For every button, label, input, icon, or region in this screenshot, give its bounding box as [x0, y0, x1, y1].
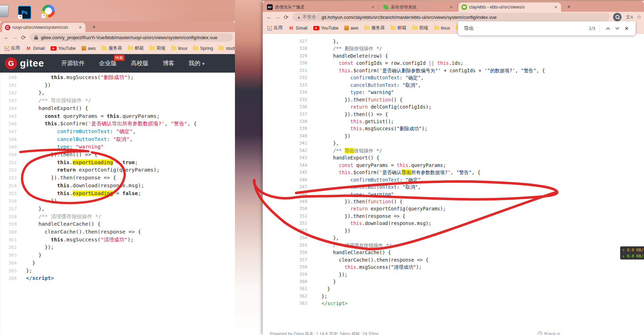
line-number[interactable]: 352	[263, 220, 307, 227]
bookmark-item[interactable]: YouTube	[313, 26, 339, 31]
line-number[interactable]: 331	[263, 67, 307, 74]
line-number[interactable]: 330	[263, 59, 307, 67]
desktop-icon-system[interactable]	[0, 5, 9, 17]
line-number[interactable]: 338	[263, 118, 307, 125]
line-number[interactable]: 356	[5, 197, 17, 205]
bookmark-item[interactable]: aws	[82, 46, 96, 51]
nav-opensource[interactable]: 开源软件	[61, 59, 85, 67]
line-number[interactable]: 360	[263, 278, 307, 285]
nav-blog[interactable]: 博客	[163, 59, 174, 67]
bookmark-item[interactable]: YouTube	[51, 46, 76, 51]
address-bar[interactable]: gitee.com/y_project/RuoYi-Vue/blob/maste…	[30, 33, 233, 42]
line-number[interactable]: 366	[5, 274, 17, 282]
line-number[interactable]: 352	[5, 166, 17, 174]
close-tab-icon[interactable]: ✕	[78, 25, 83, 30]
line-number[interactable]: 349	[263, 198, 307, 205]
bookmark-item[interactable]: study	[219, 46, 235, 51]
bookmark-item[interactable]: linux	[434, 26, 450, 31]
bookmark-item[interactable]: 前端	[412, 25, 428, 31]
line-number[interactable]: 341	[5, 82, 17, 89]
reload-button[interactable]: ⟳	[282, 14, 290, 21]
bookmark-item[interactable]: linux	[171, 46, 188, 51]
line-number[interactable]: 353	[263, 227, 307, 234]
bookmark-item[interactable]: 应用	[4, 45, 20, 51]
photoshop-icon[interactable]	[18, 6, 31, 19]
line-number[interactable]: 345	[5, 112, 17, 120]
reload-button[interactable]: ⟳	[19, 34, 28, 41]
line-number[interactable]: 351	[5, 159, 17, 167]
line-number[interactable]: 355	[5, 190, 17, 198]
line-number[interactable]: 357	[5, 205, 17, 213]
address-bar[interactable]: ▲ 不安全 git.hchyun.com/clay/ebts/src/branc…	[293, 13, 609, 21]
line-number[interactable]: 358	[263, 263, 307, 271]
line-number[interactable]: 355	[263, 242, 307, 249]
back-button[interactable]: ←	[2, 34, 11, 41]
gitee-logo-icon[interactable]	[5, 57, 17, 69]
line-number[interactable]: 328	[263, 45, 307, 52]
line-number[interactable]: 348	[5, 136, 17, 143]
line-number[interactable]: 333	[263, 82, 307, 89]
line-number[interactable]: 342	[5, 89, 17, 97]
line-number[interactable]: 336	[263, 103, 307, 110]
line-number[interactable]: 344	[5, 105, 17, 112]
nav-mine[interactable]: 我的▼	[189, 59, 205, 67]
line-number[interactable]: 350	[5, 151, 17, 159]
find-previous-icon[interactable]	[603, 26, 613, 31]
bookmark-item[interactable]: 前端	[150, 45, 166, 51]
line-number[interactable]: 346	[263, 176, 307, 183]
line-number[interactable]: 343	[263, 154, 307, 161]
forward-button[interactable]: →	[11, 34, 19, 41]
line-number[interactable]: 334	[263, 89, 307, 96]
back-button[interactable]: ←	[265, 14, 273, 20]
language-selector[interactable]: 简体中文	[538, 331, 561, 335]
line-number[interactable]: 365	[5, 267, 17, 275]
line-number[interactable]: 356	[263, 249, 307, 256]
tab-gitea-ebts[interactable]: clay/ebts - ebts-ui/src/views/s ✕	[459, 2, 561, 12]
line-number[interactable]: 347	[263, 183, 307, 190]
tab-ruoyi-admin[interactable]: 若依管理系统 ✕	[380, 2, 456, 12]
nav-education[interactable]: 高校版	[131, 59, 149, 67]
bookmark-star-icon[interactable]: ☆	[637, 14, 641, 20]
bookmark-item[interactable]: Gmail	[288, 25, 308, 31]
line-number[interactable]: 357	[263, 256, 307, 263]
close-find-icon[interactable]: ✕	[622, 26, 631, 31]
line-number[interactable]: 359	[263, 271, 307, 278]
line-number[interactable]: 345	[263, 169, 307, 176]
line-number[interactable]: 332	[263, 74, 307, 81]
close-tab-icon[interactable]: ✕	[449, 5, 454, 10]
bookmark-item[interactable]: 服务器	[101, 45, 122, 51]
line-number[interactable]: 337	[263, 111, 307, 118]
gitee-wordmark[interactable]: gitee	[20, 58, 44, 69]
line-number[interactable]: 350	[263, 205, 307, 212]
app-shortcut-icon[interactable]	[42, 5, 55, 17]
close-tab-icon[interactable]: ✕	[371, 5, 375, 10]
line-number[interactable]: 360	[5, 228, 17, 236]
bookmark-item[interactable]: Gmail	[26, 46, 45, 51]
line-number[interactable]: 359	[5, 220, 17, 228]
line-number[interactable]: 358	[5, 213, 17, 221]
line-number[interactable]: 347	[5, 128, 17, 136]
bookmark-item[interactable]: aws	[344, 26, 358, 31]
line-number[interactable]: 329	[263, 52, 307, 59]
line-number[interactable]: 362	[263, 293, 307, 300]
search-tabs-icon[interactable]	[613, 13, 622, 21]
line-number[interactable]: 327	[263, 38, 307, 45]
line-number[interactable]: 363	[263, 300, 307, 307]
line-number[interactable]: 340	[5, 74, 17, 82]
tab-bilibili[interactable]: 唐僧洗头艹飘柔 ✕	[264, 2, 378, 12]
line-number[interactable]: 348	[263, 191, 307, 198]
line-number[interactable]: 340	[263, 132, 307, 140]
line-number[interactable]: 363	[5, 251, 17, 259]
line-number[interactable]: 361	[5, 236, 17, 244]
line-number[interactable]: 342	[263, 147, 307, 154]
line-number[interactable]: 354	[263, 234, 307, 241]
line-number[interactable]: 361	[263, 285, 307, 292]
line-number[interactable]: 341	[263, 140, 307, 147]
line-number[interactable]: 362	[5, 244, 17, 251]
close-tab-icon[interactable]: ✕	[554, 5, 558, 10]
tab-ruoyi-config[interactable]: ruoyi-ui/src/views/system/con ✕	[2, 23, 85, 32]
nav-enterprise[interactable]: 企业版特惠	[99, 59, 117, 67]
line-number[interactable]: 339	[263, 125, 307, 132]
bookmark-item[interactable]: 邮箱	[128, 45, 144, 51]
line-number[interactable]: 346	[5, 120, 17, 128]
